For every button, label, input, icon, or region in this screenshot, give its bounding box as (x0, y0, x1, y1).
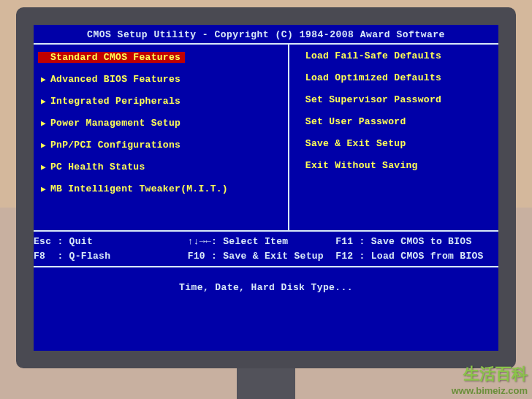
hotkey-bar: Esc : Quit ↑↓→←: Select Item F11 : Save … (34, 232, 498, 266)
menu-label: Standard CMOS Features (50, 52, 180, 63)
menu-set-user-password[interactable]: Set User Password (305, 116, 494, 127)
menu-exit-without-saving[interactable]: Exit Without Saving (305, 160, 494, 171)
menu-pnp-pci-configurations[interactable]: ▶ PnP/PCI Configurations (38, 140, 284, 151)
menu-pc-health-status[interactable]: ▶ PC Health Status (38, 162, 284, 172)
menu-load-fail-safe-defaults[interactable]: Load Fail-Safe Defaults (305, 50, 494, 61)
watermark-url: www.bimeiz.com (452, 385, 528, 396)
hotkey-line-2: F8 : Q-Flash F10 : Save & Exit Setup F12… (34, 249, 498, 264)
hotkey-line-1: Esc : Quit ↑↓→←: Select Item F11 : Save … (34, 235, 498, 249)
menu-label: PC Health Status (50, 162, 145, 172)
triangle-right-icon: ▶ (41, 184, 46, 194)
menu-save-exit-setup[interactable]: Save & Exit Setup (305, 138, 494, 149)
triangle-right-icon: ▶ (41, 118, 46, 128)
bios-screen: CMOS Setup Utility - Copyright (C) 1984-… (34, 25, 498, 351)
watermark: 生活百科 www.bimeiz.com (452, 363, 528, 396)
menu-power-management-setup[interactable]: ▶ Power Management Setup (38, 118, 284, 129)
watermark-text: 生活百科 (452, 363, 528, 385)
triangle-right-icon: ▶ (41, 140, 46, 150)
triangle-right-icon: ▶ (41, 162, 46, 172)
bios-title: CMOS Setup Utility - Copyright (C) 1984-… (34, 25, 498, 43)
monitor-stand (237, 368, 295, 399)
menu-set-supervisor-password[interactable]: Set Supervisor Password (305, 94, 494, 105)
right-menu-column: Load Fail-Safe Defaults Load Optimized D… (289, 45, 498, 230)
triangle-right-icon: ▶ (41, 75, 46, 84)
menu-advanced-bios-features[interactable]: ▶ Advanced BIOS Features (38, 74, 284, 85)
menu-label: Advanced BIOS Features (50, 74, 180, 85)
menu-mb-intelligent-tweaker[interactable]: ▶ MB Intelligent Tweaker(M.I.T.) (38, 183, 284, 194)
menu-label: Power Management Setup (50, 118, 180, 129)
menu-load-optimized-defaults[interactable]: Load Optimized Defaults (305, 72, 494, 83)
menu-integrated-peripherals[interactable]: ▶ Integrated Peripherals (38, 96, 284, 107)
menu-label: Integrated Peripherals (50, 96, 180, 107)
menu-label: PnP/PCI Configurations (50, 140, 180, 151)
menu-label: MB Intelligent Tweaker(M.I.T.) (50, 183, 228, 194)
triangle-right-icon: ▶ (41, 96, 46, 106)
triangle-right-icon: ▶ (41, 53, 46, 62)
context-help-text: Time, Date, Hard Disk Type... (34, 267, 498, 308)
menu-standard-cmos-features[interactable]: ▶ Standard CMOS Features (38, 52, 185, 63)
menu-area: ▶ Standard CMOS Features ▶ Advanced BIOS… (34, 45, 498, 230)
left-menu-column: ▶ Standard CMOS Features ▶ Advanced BIOS… (34, 45, 289, 230)
monitor-bezel: CMOS Setup Utility - Copyright (C) 1984-… (16, 7, 516, 368)
